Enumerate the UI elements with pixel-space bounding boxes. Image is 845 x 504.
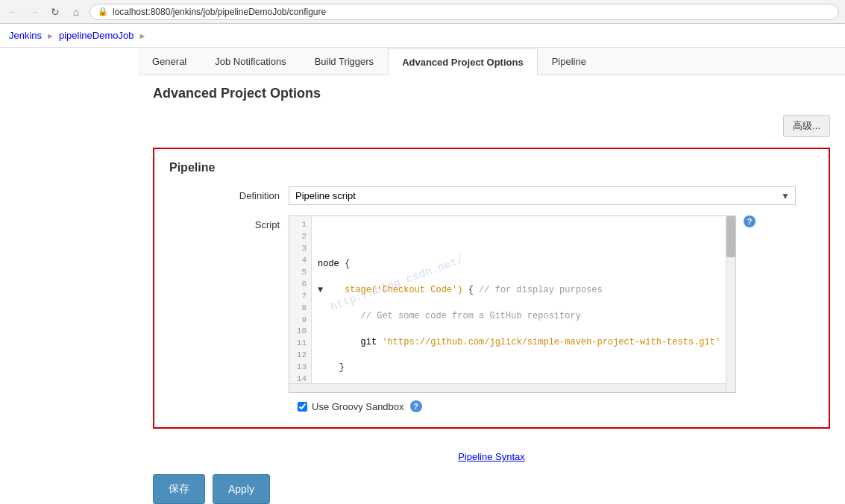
groovy-sandbox-checkbox[interactable]	[298, 402, 307, 412]
tab-advanced-project-options[interactable]: Advanced Project Options	[388, 48, 538, 75]
content-area: Advanced Project Options 高级... Pipeline …	[138, 75, 845, 504]
groovy-sandbox-label: Use Groovy Sandbox	[312, 401, 404, 412]
back-button[interactable]: ←	[6, 4, 21, 19]
groovy-sandbox-row: Use Groovy Sandbox ?	[298, 400, 814, 412]
definition-label: Definition	[169, 186, 289, 201]
script-row: Script 12345 678910 1112131415 1617	[169, 215, 814, 393]
main-container: General Job Notifications Build Triggers…	[138, 48, 845, 504]
pipeline-syntax-link[interactable]: Pipeline Syntax	[458, 451, 525, 462]
definition-control: Pipeline script Pipeline script from SCM…	[289, 186, 814, 205]
advanced-button[interactable]: 高级...	[783, 115, 830, 137]
tabs-bar: General Job Notifications Build Triggers…	[138, 48, 845, 75]
reload-button[interactable]: ↻	[48, 4, 63, 19]
forward-button[interactable]: →	[27, 4, 42, 19]
definition-select-wrapper: Pipeline script Pipeline script from SCM…	[289, 186, 796, 205]
advanced-btn-row: 高级...	[138, 109, 845, 148]
tab-general[interactable]: General	[138, 48, 201, 75]
home-button[interactable]: ⌂	[69, 4, 84, 19]
bottom-buttons: 保存 Apply	[153, 474, 830, 504]
breadcrumb-jenkins[interactable]: Jenkins	[9, 30, 42, 41]
tab-job-notifications[interactable]: Job Notifications	[201, 48, 300, 75]
script-outer: 12345 678910 1112131415 1617 http://blog…	[289, 215, 756, 393]
scrollbar-thumb[interactable]	[726, 216, 735, 257]
scrollbar-bottom-track[interactable]	[289, 383, 726, 392]
browser-bar: ← → ↻ ⌂ 🔒 localhost:8080/jenkins/job/pip…	[0, 0, 845, 24]
breadcrumb: Jenkins ► pipelineDemoJob ►	[0, 24, 845, 48]
apply-button[interactable]: Apply	[213, 474, 270, 504]
groovy-sandbox-help-icon[interactable]: ?	[410, 400, 422, 412]
definition-select[interactable]: Pipeline script Pipeline script from SCM	[289, 186, 796, 205]
script-editor[interactable]: 12345 678910 1112131415 1617 http://blog…	[289, 215, 736, 393]
breadcrumb-sep-2: ►	[138, 31, 146, 40]
lock-icon: 🔒	[98, 7, 108, 16]
page-title: Advanced Project Options	[138, 75, 845, 109]
tab-pipeline[interactable]: Pipeline	[538, 48, 600, 75]
line-numbers: 12345 678910 1112131415 1617	[289, 216, 312, 393]
save-button[interactable]: 保存	[153, 474, 205, 504]
breadcrumb-job[interactable]: pipelineDemoJob	[59, 30, 133, 41]
script-help-icon[interactable]: ?	[744, 215, 756, 227]
pipeline-section: Pipeline Definition Pipeline script Pipe…	[153, 148, 830, 429]
scrollbar-track[interactable]	[726, 216, 735, 392]
address-bar[interactable]: 🔒 localhost:8080/jenkins/job/pipelineDem…	[89, 4, 839, 20]
code-area: http://blog.csdn.net/ node { ▼ stage('Ch…	[312, 216, 735, 393]
url-text: localhost:8080/jenkins/job/pipelineDemoJ…	[113, 7, 326, 17]
tab-build-triggers[interactable]: Build Triggers	[301, 48, 388, 75]
script-label: Script	[169, 215, 289, 230]
breadcrumb-sep-1: ►	[46, 31, 54, 40]
pipeline-section-title: Pipeline	[169, 161, 814, 174]
script-content: 12345 678910 1112131415 1617 http://blog…	[289, 216, 735, 393]
pipeline-syntax-row: Pipeline Syntax	[138, 444, 845, 467]
definition-row: Definition Pipeline script Pipeline scri…	[169, 186, 814, 205]
